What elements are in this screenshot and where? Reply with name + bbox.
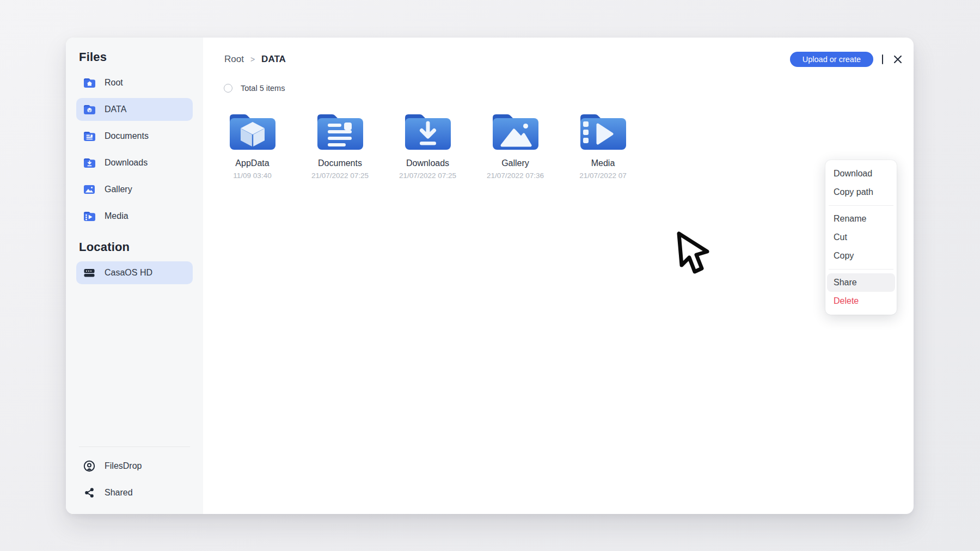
context-menu-item-rename[interactable]: Rename: [827, 210, 895, 228]
filesdrop-airdrop-icon: [82, 459, 96, 473]
breadcrumb-separator-icon: >: [250, 55, 255, 64]
selection-summary-row: Total 5 items: [224, 83, 285, 93]
file-tile-media[interactable]: Media21/07/2022 07: [559, 107, 647, 180]
file-name: Documents: [318, 158, 362, 168]
sidebar-item-label: Root: [105, 78, 123, 88]
context-menu-item-delete[interactable]: Delete: [827, 292, 895, 310]
sidebar-footer-filesdrop[interactable]: FilesDrop: [76, 455, 193, 477]
sidebar-item-label: FilesDrop: [105, 461, 142, 471]
sidebar-spacer: [76, 284, 193, 446]
sidebar-item-documents[interactable]: Documents: [76, 125, 193, 148]
sidebar-divider: [79, 446, 190, 447]
select-all-radio[interactable]: [224, 84, 232, 93]
sidebar-item-downloads[interactable]: Downloads: [76, 151, 193, 174]
gallery-image-icon: [82, 182, 96, 197]
files-app-window: Files RootDATADocumentsDownloadsGalleryM…: [66, 38, 914, 514]
breadcrumb-root[interactable]: Root: [224, 54, 244, 65]
desktop-background: Files RootDATADocumentsDownloadsGalleryM…: [0, 0, 980, 551]
file-name: AppData: [235, 158, 269, 168]
file-tile-appdata[interactable]: AppData11/09 03:40: [209, 107, 296, 180]
context-menu-item-copy-path[interactable]: Copy path: [827, 183, 895, 201]
file-tile-gallery[interactable]: Gallery21/07/2022 07:36: [471, 107, 559, 180]
sidebar-item-label: Downloads: [105, 158, 148, 168]
media-play-folder-icon: [577, 109, 629, 152]
context-menu-item-cut[interactable]: Cut: [827, 228, 895, 247]
root-home-folder-icon: [82, 76, 96, 90]
file-date: 21/07/2022 07: [579, 172, 626, 180]
file-grid: AppData11/09 03:40Documents21/07/2022 07…: [209, 107, 647, 180]
context-menu: DownloadCopy pathRenameCutCopyShareDelet…: [825, 160, 897, 315]
breadcrumb-current: DATA: [261, 54, 286, 65]
documents-folder-icon: [82, 129, 96, 143]
sidebar-item-root[interactable]: Root: [76, 71, 193, 94]
upload-or-create-button[interactable]: Upload or create: [790, 52, 873, 67]
toolbar-separator: [882, 54, 883, 64]
downloads-arrow-folder-icon: [402, 109, 454, 152]
sidebar-location-heading: Location: [76, 240, 193, 255]
sidebar-files-heading: Files: [76, 50, 193, 65]
file-name: Media: [591, 158, 615, 168]
breadcrumb: Root > DATA: [224, 54, 286, 65]
documents-lines-folder-icon: [314, 109, 366, 152]
context-menu-divider: [829, 205, 893, 206]
sidebar-location-list: CasaOS HD: [76, 261, 193, 284]
file-date: 11/09 03:40: [233, 172, 271, 180]
close-icon[interactable]: [892, 53, 904, 65]
file-date: 21/07/2022 07:25: [399, 172, 456, 180]
sidebar-item-label: CasaOS HD: [105, 268, 152, 278]
sidebar-location-casaos-hd[interactable]: CasaOS HD: [76, 261, 193, 284]
sidebar-item-label: Gallery: [105, 185, 132, 194]
gallery-mountain-folder-icon: [489, 109, 542, 152]
main-panel: Root > DATA Upload or create Total 5: [203, 38, 914, 514]
context-menu-item-copy[interactable]: Copy: [827, 247, 895, 265]
sidebar-item-data[interactable]: DATA: [76, 98, 193, 121]
sidebar: Files RootDATADocumentsDownloadsGalleryM…: [66, 38, 203, 514]
data-cube-folder-icon: [82, 102, 96, 117]
share-nodes-icon: [82, 486, 96, 500]
appdata-cube-folder-icon: [226, 109, 279, 152]
file-name: Downloads: [406, 158, 449, 168]
top-bar: Root > DATA Upload or create: [224, 51, 904, 68]
sidebar-footer-shared[interactable]: Shared: [76, 481, 193, 504]
file-name: Gallery: [501, 158, 529, 168]
file-tile-documents[interactable]: Documents21/07/2022 07:25: [296, 107, 384, 180]
context-menu-item-share[interactable]: Share: [827, 273, 895, 292]
downloads-folder-icon: [82, 156, 96, 170]
sidebar-item-gallery[interactable]: Gallery: [76, 178, 193, 201]
media-folder-icon: [82, 209, 96, 223]
file-date: 21/07/2022 07:25: [311, 172, 369, 180]
sidebar-item-label: Media: [105, 211, 128, 221]
total-items-label: Total 5 items: [241, 84, 285, 93]
context-menu-divider: [829, 269, 893, 270]
sidebar-item-label: DATA: [105, 105, 126, 114]
sidebar-item-media[interactable]: Media: [76, 205, 193, 228]
top-bar-actions: Upload or create: [790, 52, 904, 67]
sidebar-files-list: RootDATADocumentsDownloadsGalleryMedia: [76, 71, 193, 228]
context-menu-item-download[interactable]: Download: [827, 164, 895, 183]
file-tile-downloads[interactable]: Downloads21/07/2022 07:25: [384, 107, 471, 180]
hard-drive-icon: [82, 266, 96, 280]
sidebar-item-label: Documents: [105, 131, 149, 141]
sidebar-footer-list: FilesDropShared: [76, 455, 193, 504]
sidebar-item-label: Shared: [105, 488, 133, 498]
file-date: 21/07/2022 07:36: [487, 172, 544, 180]
